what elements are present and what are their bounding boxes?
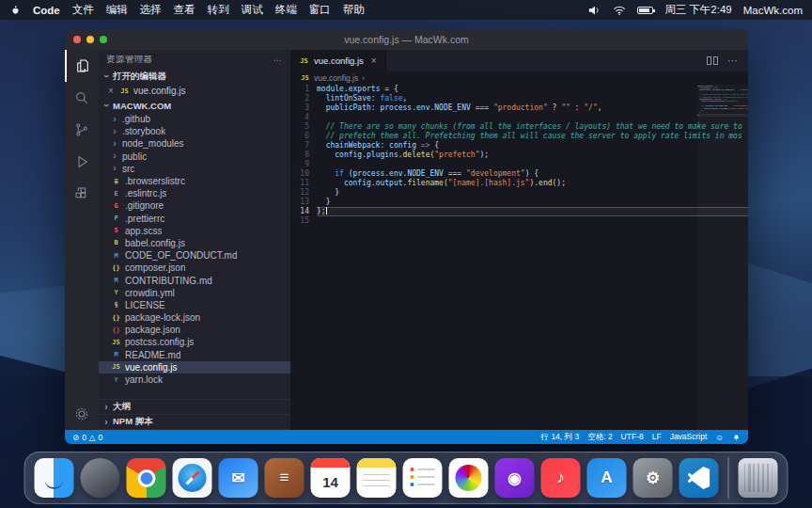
close-tab-icon[interactable]: × <box>371 56 377 66</box>
tree-item[interactable]: ›node_modules <box>99 137 290 150</box>
dock-safari-icon[interactable] <box>173 458 212 498</box>
file-type-icon: B <box>111 239 121 246</box>
window-titlebar[interactable]: vue.config.js — MacWk.com <box>65 29 748 50</box>
tree-item[interactable]: JSvue.config.js <box>99 361 290 373</box>
more-actions-icon[interactable]: ⋯ <box>273 55 284 65</box>
settings-gear-icon[interactable] <box>65 398 99 430</box>
tree-item[interactable]: Bbabel.config.js <box>99 237 290 249</box>
tree-item[interactable]: E.eslintrc.js <box>99 187 290 199</box>
menubar-menu[interactable]: 终端 <box>275 3 297 17</box>
menubar-brand[interactable]: MacWk.com <box>743 5 803 16</box>
status-bar-item[interactable]: JavaScript <box>670 432 708 443</box>
tree-item[interactable]: {}package-lock.json <box>99 311 290 324</box>
dock-chrome-icon[interactable] <box>127 458 166 498</box>
tree-item[interactable]: §LICENSE <box>99 299 290 311</box>
status-bar-item[interactable]: UTF-8 <box>621 432 644 443</box>
tree-item[interactable]: ›.storybook <box>99 125 290 137</box>
menubar-menu[interactable]: 编辑 <box>106 3 128 17</box>
dock-vscode-icon[interactable] <box>679 458 719 498</box>
tree-item[interactable]: ≣.browserslistrc <box>99 175 290 187</box>
menubar-menu[interactable]: 转到 <box>208 3 229 17</box>
dock-mail-icon[interactable]: ✉ <box>219 458 258 498</box>
dock-photos-icon[interactable] <box>449 458 489 498</box>
status-bar-item[interactable]: LF <box>652 432 662 443</box>
breadcrumb[interactable]: JS vue.config.js › <box>290 71 748 85</box>
split-editor-icon[interactable] <box>707 56 718 65</box>
close-icon[interactable]: × <box>108 86 116 96</box>
close-window-button[interactable] <box>73 36 81 43</box>
open-editor-item[interactable]: ×JSvue.config.js <box>99 84 290 98</box>
menubar-menu[interactable]: 调试 <box>242 3 263 17</box>
folder-name: src <box>122 164 134 174</box>
file-name: LICENSE <box>125 300 165 310</box>
dock-settings-icon[interactable]: ⚙ <box>633 458 673 498</box>
status-bar-item[interactable]: 行 14, 列 3 <box>541 432 580 443</box>
tab-vue-config[interactable]: JS vue.config.js × <box>290 50 386 71</box>
dock-app-store-icon[interactable]: A <box>587 458 627 498</box>
menubar-clock[interactable]: 周三 下午2:49 <box>664 3 732 17</box>
tree-item[interactable]: {}package.json <box>99 324 290 336</box>
battery-icon[interactable] <box>637 7 653 14</box>
zoom-window-button[interactable] <box>100 36 107 43</box>
notifications-bell-icon[interactable] <box>732 433 741 441</box>
code-editor[interactable]: 123456789101112131415 module.exports = {… <box>290 85 748 430</box>
status-bar-item[interactable]: 空格: 2 <box>587 432 612 443</box>
editor-more-actions-icon[interactable]: ⋯ <box>727 55 739 67</box>
tree-item[interactable]: G.gitignore <box>99 199 290 212</box>
minimap[interactable]: module.exports = { lintOnSave: false, pu… <box>697 85 748 430</box>
apple-menu-icon[interactable] <box>9 4 21 17</box>
dock-calendar-icon[interactable]: 14 <box>311 458 351 498</box>
menubar-menu[interactable]: 查看 <box>174 3 195 17</box>
tree-item[interactable]: Yyarn.lock <box>99 373 290 386</box>
tree-item[interactable]: MCONTRIBUTING.md <box>99 274 290 286</box>
dock-books-icon[interactable]: ≡ <box>265 458 304 498</box>
sidebar-section[interactable]: ›NPM 脚本 <box>99 415 290 430</box>
menubar-menu[interactable]: 文件 <box>72 3 94 17</box>
feedback-smiley-icon[interactable]: ☺ <box>715 433 724 442</box>
tree-item[interactable]: MREADME.md <box>99 349 290 361</box>
tree-item[interactable]: JSpostcss.config.js <box>99 336 290 348</box>
warnings-count: 0 <box>98 433 102 442</box>
line-number: 11 <box>290 179 309 188</box>
tree-item[interactable]: ›src <box>99 163 290 175</box>
volume-icon[interactable] <box>588 5 601 16</box>
root-folder-section[interactable]: › MACWK.COM <box>99 98 290 113</box>
dock-notes-icon[interactable] <box>357 458 397 498</box>
sidebar-section[interactable]: ›大纲 <box>99 400 290 415</box>
file-name: package-lock.json <box>125 312 200 323</box>
tree-item[interactable]: MCODE_OF_CONDUCT.md <box>99 249 290 262</box>
search-icon[interactable] <box>65 82 99 114</box>
dock-podcasts-icon[interactable]: ◉ <box>495 458 535 498</box>
tree-item[interactable]: P.prettierrc <box>99 213 290 225</box>
tree-item[interactable]: Ycrowdin.yml <box>99 287 290 299</box>
source-control-icon[interactable] <box>65 114 99 146</box>
line-number: 15 <box>290 216 309 226</box>
dock-launchpad-icon[interactable] <box>81 458 120 498</box>
code-line: chainWebpack: config => { <box>317 141 748 151</box>
explorer-icon[interactable] <box>65 50 99 82</box>
debug-icon[interactable] <box>65 146 99 178</box>
minimize-window-button[interactable] <box>86 36 94 43</box>
dock-app-glyph: A <box>601 468 612 487</box>
file-name: CODE_OF_CONDUCT.md <box>125 250 237 261</box>
file-type-icon: {} <box>111 314 121 322</box>
dock-trash-icon[interactable] <box>739 458 778 498</box>
code-line: module.exports = { <box>317 85 748 94</box>
tree-item[interactable]: {}composer.json <box>99 262 290 274</box>
breadcrumb-file[interactable]: vue.config.js <box>314 73 358 83</box>
tree-item[interactable]: Sapp.scss <box>99 225 290 237</box>
wifi-icon[interactable] <box>613 5 626 16</box>
menubar-menu[interactable]: 帮助 <box>343 3 365 17</box>
menubar-menu[interactable]: 窗口 <box>309 3 331 17</box>
extensions-icon[interactable] <box>65 178 99 210</box>
tree-item[interactable]: ›public <box>99 151 290 163</box>
tree-item[interactable]: ›.github <box>99 113 290 125</box>
dock-reminders-icon[interactable] <box>403 458 443 498</box>
dock-finder-icon[interactable] <box>35 458 74 498</box>
code-line <box>317 113 748 122</box>
dock-music-icon[interactable]: ♪ <box>541 458 581 498</box>
menubar-menu[interactable]: 选择 <box>140 3 162 17</box>
open-editors-section[interactable]: › 打开的编辑器 <box>99 69 290 84</box>
problems-indicator[interactable]: ⊘ 0 △ 0 <box>72 433 102 442</box>
active-app-name[interactable]: Code <box>33 5 60 16</box>
